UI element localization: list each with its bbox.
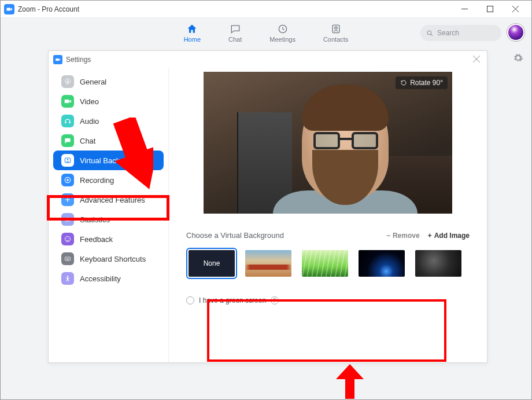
add-image-button[interactable]: + Add Image bbox=[428, 232, 470, 240]
nav-label: Home bbox=[184, 36, 201, 43]
settings-item-label: Chat bbox=[80, 137, 95, 145]
window-maximize-button[interactable] bbox=[477, 1, 503, 17]
headphones-icon bbox=[61, 115, 74, 127]
zoom-app-icon bbox=[53, 55, 62, 64]
remove-label: Remove bbox=[393, 232, 420, 240]
home-icon bbox=[186, 23, 198, 35]
greenscreen-label: I have a green screen bbox=[199, 296, 266, 304]
svg-point-15 bbox=[66, 179, 69, 181]
bg-thumb-grass[interactable] bbox=[302, 250, 348, 277]
settings-item-label: Recording bbox=[80, 176, 114, 185]
settings-item-accessibility[interactable]: Accessibility bbox=[53, 269, 164, 288]
bg-thumb-earth[interactable] bbox=[359, 250, 405, 277]
remove-image-button[interactable]: − Remove bbox=[386, 232, 420, 240]
svg-rect-19 bbox=[65, 257, 70, 260]
svg-line-8 bbox=[431, 34, 433, 36]
window-close-button[interactable] bbox=[503, 1, 528, 17]
rotate-button[interactable]: Rotate 90° bbox=[396, 76, 448, 89]
svg-point-24 bbox=[67, 276, 68, 277]
feedback-icon bbox=[61, 233, 74, 245]
svg-point-11 bbox=[66, 80, 69, 83]
settings-item-label: Keyboard Shortcuts bbox=[80, 255, 146, 263]
greenscreen-checkbox[interactable] bbox=[186, 296, 194, 304]
stats-icon bbox=[61, 213, 74, 226]
settings-item-label: Video bbox=[80, 97, 99, 106]
settings-item-video[interactable]: Video bbox=[53, 91, 164, 111]
image-icon bbox=[61, 154, 74, 167]
settings-item-label: Virtual Background bbox=[80, 156, 143, 165]
plus-icon: + bbox=[428, 232, 432, 240]
settings-item-label: Advanced Features bbox=[80, 196, 145, 204]
svg-rect-22 bbox=[69, 258, 69, 259]
settings-item-label: Feedback bbox=[80, 235, 113, 244]
svg-rect-21 bbox=[67, 258, 68, 259]
settings-item-statistics[interactable]: Statistics bbox=[53, 210, 164, 229]
svg-point-17 bbox=[66, 238, 67, 238]
bg-thumb-none[interactable]: None bbox=[189, 250, 235, 277]
settings-item-recording[interactable]: Recording bbox=[53, 170, 164, 190]
search-input[interactable]: Search bbox=[420, 25, 501, 41]
svg-point-7 bbox=[427, 31, 431, 35]
window-titlebar: Zoom - Pro Account bbox=[1, 1, 531, 18]
svg-point-6 bbox=[335, 27, 337, 29]
rotate-icon bbox=[400, 79, 407, 86]
settings-item-advanced[interactable]: Advanced Features bbox=[53, 190, 164, 210]
dialog-close-button[interactable] bbox=[471, 54, 482, 65]
video-preview: Rotate 90° bbox=[204, 72, 452, 214]
bg-thumb-dark[interactable] bbox=[415, 250, 461, 277]
plus-icon bbox=[61, 193, 74, 206]
accessibility-icon bbox=[61, 272, 74, 285]
record-icon bbox=[61, 174, 74, 186]
nav-contacts[interactable]: Contacts bbox=[323, 23, 348, 43]
main-navbar: Home Chat Meetings Contacts Search bbox=[1, 18, 531, 48]
settings-item-feedback[interactable]: Feedback bbox=[53, 229, 164, 249]
gear-icon bbox=[61, 75, 74, 88]
bg-thumb-bridge[interactable] bbox=[245, 250, 291, 277]
chat-icon bbox=[230, 23, 241, 35]
settings-item-chat[interactable]: Chat bbox=[53, 131, 164, 151]
add-label: Add Image bbox=[434, 232, 470, 240]
clock-icon bbox=[277, 23, 289, 35]
close-icon bbox=[473, 56, 480, 63]
svg-rect-23 bbox=[66, 259, 69, 260]
video-icon bbox=[61, 95, 74, 108]
svg-point-13 bbox=[67, 159, 68, 160]
choose-bg-label: Choose a Virtual Background bbox=[186, 231, 378, 240]
nav-label: Meetings bbox=[269, 36, 295, 43]
settings-item-label: Audio bbox=[80, 117, 99, 126]
settings-button[interactable] bbox=[513, 53, 523, 65]
settings-item-virtual-background[interactable]: Virtual Background bbox=[53, 151, 164, 170]
settings-dialog: Settings General Video Audio Chat bbox=[48, 50, 487, 363]
nav-meetings[interactable]: Meetings bbox=[269, 23, 295, 43]
settings-sidebar: General Video Audio Chat Virtual Backgro… bbox=[49, 68, 169, 362]
nav-home[interactable]: Home bbox=[184, 23, 201, 43]
nav-label: Contacts bbox=[323, 36, 348, 43]
keyboard-icon bbox=[61, 252, 74, 265]
settings-item-label: Statistics bbox=[80, 215, 110, 224]
rotate-label: Rotate 90° bbox=[410, 79, 443, 87]
avatar[interactable] bbox=[507, 24, 524, 41]
window-title: Zoom - Pro Account bbox=[18, 5, 79, 13]
settings-item-label: General bbox=[80, 78, 106, 86]
svg-rect-1 bbox=[487, 6, 493, 12]
settings-item-label: Accessibility bbox=[80, 274, 121, 283]
nav-chat[interactable]: Chat bbox=[228, 23, 242, 43]
zoom-app-icon bbox=[4, 4, 14, 14]
minus-icon: − bbox=[386, 232, 390, 240]
contacts-icon bbox=[330, 23, 342, 35]
search-placeholder: Search bbox=[437, 29, 459, 37]
help-icon[interactable]: ? bbox=[271, 296, 279, 304]
window-minimize-button[interactable] bbox=[452, 1, 477, 17]
svg-point-16 bbox=[65, 236, 70, 241]
svg-point-18 bbox=[68, 238, 69, 238]
dialog-title: Settings bbox=[66, 56, 91, 64]
gear-icon bbox=[513, 53, 523, 63]
settings-item-general[interactable]: General bbox=[53, 72, 164, 91]
chat-icon bbox=[61, 134, 74, 147]
settings-item-audio[interactable]: Audio bbox=[53, 111, 164, 131]
settings-item-shortcuts[interactable]: Keyboard Shortcuts bbox=[53, 249, 164, 269]
nav-label: Chat bbox=[228, 36, 242, 43]
background-thumbnails: None bbox=[186, 247, 470, 285]
search-icon bbox=[426, 30, 434, 37]
svg-rect-20 bbox=[66, 258, 66, 259]
